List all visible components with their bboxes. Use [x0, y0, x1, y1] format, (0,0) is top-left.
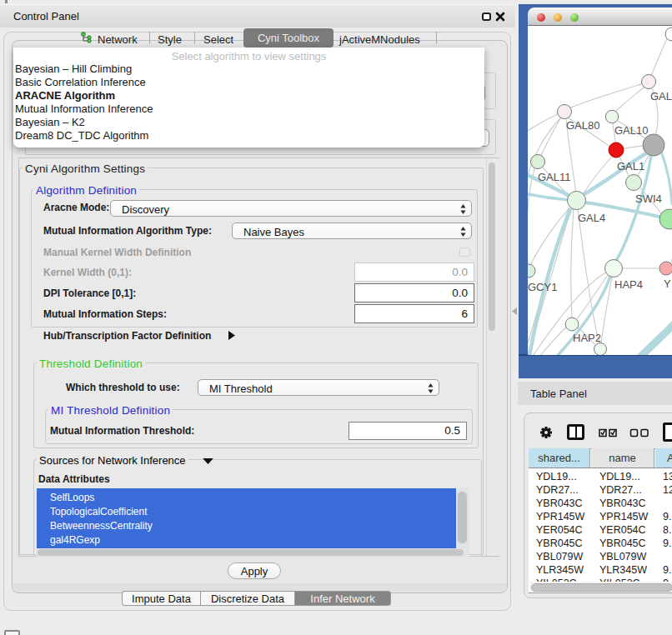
svg-text:GAL4: GAL4 — [578, 212, 605, 224]
svg-text:GAL1: GAL1 — [617, 160, 644, 172]
svg-text:GAL80: GAL80 — [566, 119, 599, 132]
svg-text:GAL7: GAL7 — [650, 90, 672, 102]
svg-text:GAL10: GAL10 — [614, 124, 648, 137]
svg-text:GCY1: GCY1 — [528, 281, 557, 293]
svg-text:HAP2: HAP2 — [573, 332, 601, 344]
svg-text:HAP4: HAP4 — [614, 278, 643, 291]
svg-text:GAL11: GAL11 — [538, 171, 571, 183]
svg-text:SWI4: SWI4 — [635, 192, 662, 205]
svg-text:Y: Y — [664, 278, 671, 290]
